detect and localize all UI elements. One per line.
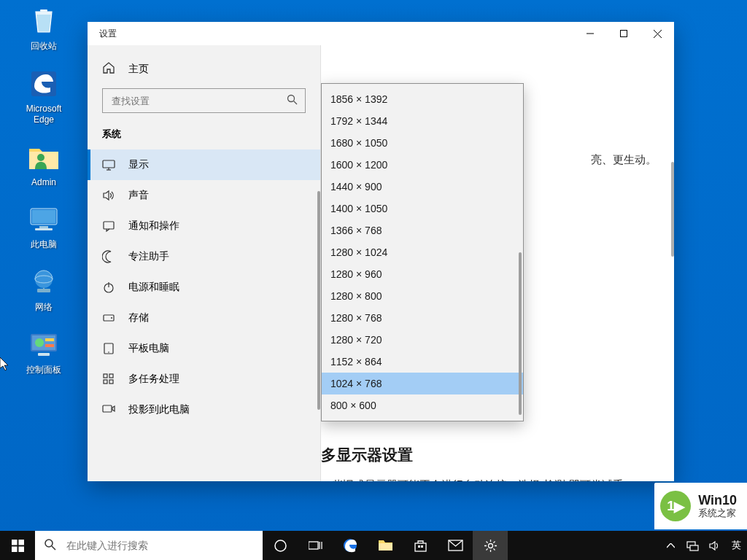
tray-network-icon[interactable] xyxy=(681,540,703,552)
dropdown-option[interactable]: 1152 × 864 xyxy=(322,351,523,373)
tablet-icon xyxy=(102,342,115,355)
maximize-button[interactable] xyxy=(607,22,640,45)
sidebar: 主页 系统 显示 声音 通知和操作 专注助手 xyxy=(88,45,321,481)
search-icon xyxy=(287,94,298,108)
nav-multitasking[interactable]: 多任务处理 xyxy=(88,364,320,394)
desktop-icon-recycle-bin[interactable]: 回收站 xyxy=(15,4,72,52)
desktop: 回收站 Microsoft Edge Admin 此电脑 网络 控制面板 xyxy=(0,0,88,390)
dropdown-option[interactable]: 800 × 600 xyxy=(322,394,523,416)
content-pane: 亮、更生动。 1856 × 1392 1792 × 1344 1680 × 10… xyxy=(321,45,674,481)
svg-point-12 xyxy=(35,338,44,347)
dropdown-option[interactable]: 1400 × 1050 xyxy=(322,198,523,219)
window-controls xyxy=(573,22,674,45)
dropdown-option[interactable]: 1280 × 720 xyxy=(322,329,523,351)
svg-rect-0 xyxy=(40,9,47,12)
svg-rect-35 xyxy=(109,380,113,384)
section-body: 一些旧式显示器可能不会进行自动连接，选择"检测"即可尝试手动连接。 xyxy=(321,477,635,481)
nav-focus-assist[interactable]: 专注助手 xyxy=(88,241,320,272)
taskbar-mail[interactable] xyxy=(438,531,473,560)
desktop-icon-label: Admin xyxy=(31,177,56,189)
nav-tablet[interactable]: 平板电脑 xyxy=(88,333,320,364)
dropdown-option[interactable]: 1366 × 768 xyxy=(322,219,523,241)
taskbar-edge[interactable] xyxy=(333,531,368,560)
multitasking-icon xyxy=(102,373,115,386)
dropdown-scrollbar[interactable] xyxy=(519,90,522,415)
dropdown-option[interactable]: 1280 × 768 xyxy=(322,307,523,329)
dropdown-option[interactable]: 1792 × 1344 xyxy=(322,110,523,132)
taskbar-file-explorer[interactable] xyxy=(368,531,403,560)
notifications-icon xyxy=(102,219,115,233)
tray-overflow[interactable] xyxy=(659,543,681,548)
nav-label: 平板电脑 xyxy=(128,342,169,355)
nav-display[interactable]: 显示 xyxy=(88,149,320,180)
sidebar-scrollbar[interactable] xyxy=(317,191,320,410)
taskbar-search[interactable] xyxy=(35,531,263,560)
svg-point-31 xyxy=(108,351,109,353)
taskbar: 英 xyxy=(0,531,747,560)
nav-storage[interactable]: 存储 xyxy=(88,303,320,333)
svg-rect-48 xyxy=(379,543,392,551)
dropdown-option[interactable]: 1280 × 800 xyxy=(322,285,523,307)
tray-volume-icon[interactable] xyxy=(703,540,725,552)
svg-rect-55 xyxy=(690,545,698,551)
svg-point-53 xyxy=(488,543,492,548)
search-input[interactable] xyxy=(110,95,287,107)
watermark-line1: Win10 xyxy=(698,493,737,508)
control-panel-icon xyxy=(27,328,61,362)
nav-notifications[interactable]: 通知和操作 xyxy=(88,211,320,241)
nav-label: 存储 xyxy=(128,311,149,324)
display-icon xyxy=(102,158,115,171)
close-button[interactable] xyxy=(640,22,674,45)
svg-rect-38 xyxy=(18,540,24,545)
desktop-icon-admin[interactable]: Admin xyxy=(15,141,72,189)
content-text-fragment: 亮、更生动。 xyxy=(591,153,657,167)
nav-sound[interactable]: 声音 xyxy=(88,180,320,211)
tray-ime-icon[interactable]: 英 xyxy=(725,539,747,552)
nav-power-sleep[interactable]: 电源和睡眠 xyxy=(88,272,320,303)
start-button[interactable] xyxy=(0,531,35,560)
desktop-icon-control-panel[interactable]: 控制面板 xyxy=(15,328,72,376)
svg-point-43 xyxy=(275,540,286,551)
home-button[interactable]: 主页 xyxy=(88,54,320,88)
svg-rect-17 xyxy=(621,31,627,37)
desktop-icon-this-pc[interactable]: 此电脑 xyxy=(15,203,72,251)
window-title: 设置 xyxy=(88,28,117,40)
taskbar-store[interactable] xyxy=(403,531,438,560)
svg-rect-40 xyxy=(18,546,24,552)
nav-label: 投影到此电脑 xyxy=(128,403,190,416)
desktop-icon-network[interactable]: 网络 xyxy=(15,265,72,314)
group-header: 系统 xyxy=(88,128,320,149)
dropdown-option[interactable]: 1680 × 1050 xyxy=(322,132,523,154)
svg-rect-32 xyxy=(104,374,107,378)
watermark: 1▶ Win10 系统之家 xyxy=(654,483,747,529)
focus-assist-icon xyxy=(102,250,115,263)
resolution-dropdown[interactable]: 1856 × 1392 1792 × 1344 1680 × 1050 1600… xyxy=(321,83,524,421)
desktop-icon-edge[interactable]: Microsoft Edge xyxy=(15,67,72,126)
svg-point-2 xyxy=(37,154,44,161)
dropdown-option[interactable]: 1856 × 1392 xyxy=(322,88,523,110)
nav-projecting[interactable]: 投影到此电脑 xyxy=(88,394,320,425)
taskbar-cortana[interactable] xyxy=(263,531,298,560)
taskbar-search-input[interactable] xyxy=(65,539,254,552)
dropdown-option-highlighted[interactable]: 747 × 560 xyxy=(322,373,523,394)
taskbar-task-view[interactable] xyxy=(298,531,333,560)
network-icon xyxy=(27,265,61,299)
svg-rect-5 xyxy=(39,226,48,228)
svg-rect-49 xyxy=(415,543,426,551)
desktop-icon-label: 网络 xyxy=(35,302,53,314)
power-icon xyxy=(102,281,115,294)
dropdown-option[interactable]: 1600 × 1200 xyxy=(322,154,523,176)
minimize-button[interactable] xyxy=(573,22,607,45)
taskbar-settings[interactable] xyxy=(473,531,508,560)
search-box[interactable] xyxy=(102,88,306,113)
dropdown-option[interactable]: 1440 × 900 xyxy=(322,176,523,198)
svg-rect-50 xyxy=(418,545,420,548)
content-scrollbar[interactable] xyxy=(671,162,674,257)
dropdown-option[interactable]: 1280 × 960 xyxy=(322,263,523,285)
nav-label: 声音 xyxy=(128,189,149,202)
svg-rect-34 xyxy=(104,380,107,384)
recycle-bin-icon xyxy=(27,4,61,38)
nav-label: 显示 xyxy=(128,158,149,171)
dropdown-option[interactable]: 1280 × 1024 xyxy=(322,241,523,263)
svg-line-42 xyxy=(52,546,55,550)
